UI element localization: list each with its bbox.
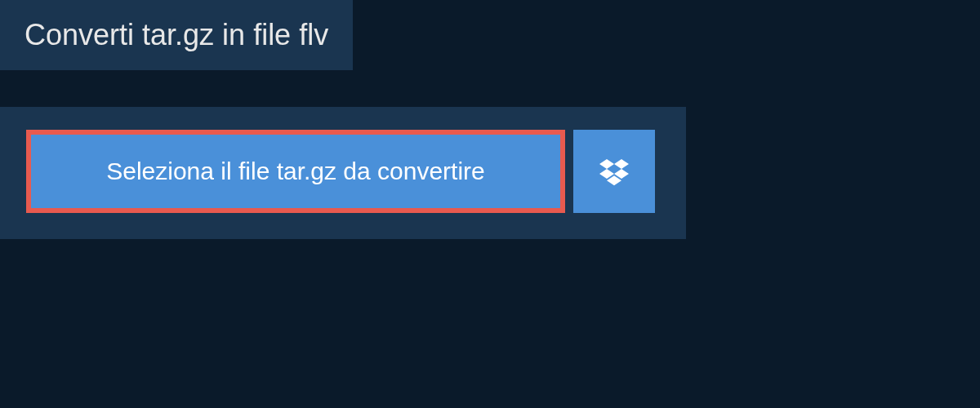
button-row: Seleziona il file tar.gz da convertire	[26, 130, 660, 213]
converter-panel: Seleziona il file tar.gz da convertire	[0, 107, 686, 239]
select-file-label: Seleziona il file tar.gz da convertire	[106, 157, 485, 184]
dropbox-icon	[599, 157, 629, 186]
page-title-tab: Converti tar.gz in file flv	[0, 0, 353, 70]
dropbox-button[interactable]	[573, 130, 655, 213]
page-title: Converti tar.gz in file flv	[24, 18, 328, 51]
select-file-button[interactable]: Seleziona il file tar.gz da convertire	[26, 130, 565, 213]
panel-content: Seleziona il file tar.gz da convertire	[0, 107, 686, 239]
